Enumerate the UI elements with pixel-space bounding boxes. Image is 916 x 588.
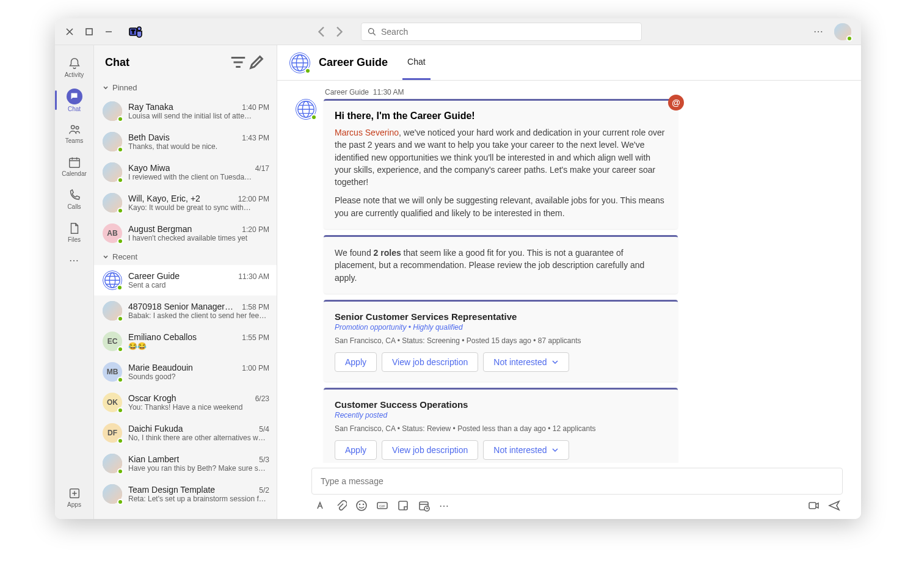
rail-chat[interactable]: Chat xyxy=(57,84,92,116)
rail-files[interactable]: Files xyxy=(57,216,92,248)
apply-button[interactable]: Apply xyxy=(335,352,377,372)
window-close[interactable] xyxy=(65,27,75,37)
chat-item-preview: Thanks, that would be nice. xyxy=(128,142,269,151)
chat-list-item[interactable]: Beth Davis1:43 PMThanks, that would be n… xyxy=(94,126,277,157)
pinned-section[interactable]: Pinned xyxy=(94,79,277,96)
tab-chat[interactable]: Chat xyxy=(402,45,431,80)
job-card: Customer Success OperationsRecently post… xyxy=(324,388,678,463)
window-minimize[interactable] xyxy=(104,27,114,37)
attach-button[interactable] xyxy=(335,499,347,512)
emoji-button[interactable] xyxy=(355,499,368,512)
job-tags: Recently posted xyxy=(335,411,667,419)
rail-more[interactable]: ⋯ xyxy=(57,249,92,271)
nav-back[interactable] xyxy=(314,24,329,39)
chat-list-item[interactable]: OKOscar Krogh6/23You: Thanks! Have a nic… xyxy=(94,387,277,418)
format-button[interactable] xyxy=(314,499,326,512)
nav-forward[interactable] xyxy=(332,24,346,39)
chat-list-item[interactable]: Kian Lambert5/3Have you ran this by Beth… xyxy=(94,448,277,479)
chat-item-name: Will, Kayo, Eric, +2 xyxy=(128,194,200,203)
chat-list-item[interactable]: Team Design Template5/2Reta: Let's set u… xyxy=(94,479,277,509)
chat-item-time: 5/2 xyxy=(259,486,269,495)
apply-button[interactable]: Apply xyxy=(335,440,377,460)
calendar-icon xyxy=(68,156,81,169)
rail-teams[interactable]: Teams xyxy=(57,117,92,149)
chat-list-item[interactable]: Will, Kayo, Eric, +212:00 PMKayo: It wou… xyxy=(94,187,277,218)
send-button[interactable] xyxy=(828,499,840,512)
svg-point-14 xyxy=(357,501,366,510)
chat-list-item[interactable]: 4870918 Senior Manager…1:58 PMBabak: I a… xyxy=(94,296,277,326)
svg-point-5 xyxy=(76,126,79,129)
profile-avatar[interactable] xyxy=(834,23,851,40)
chat-item-time: 6/23 xyxy=(255,394,269,403)
intro-card: @ Hi there, I'm the Career Guide! Marcus… xyxy=(324,99,678,229)
compose-input[interactable] xyxy=(321,476,834,486)
svg-point-4 xyxy=(71,125,75,129)
chat-item-name: Daichi Fukuda xyxy=(128,424,183,434)
chat-list-item[interactable]: ECEmiliano Ceballos1:55 PM😂😂 xyxy=(94,326,277,357)
window-maximize[interactable] xyxy=(84,27,94,37)
filter-button[interactable] xyxy=(229,53,247,71)
chat-item-avatar: EC xyxy=(103,332,122,351)
chat-list-item[interactable]: ABAugust Bergman1:20 PMI haven't checked… xyxy=(94,218,277,249)
job-meta: San Francisco, CA • Status: Screening • … xyxy=(335,336,667,345)
chat-item-time: 4/17 xyxy=(255,164,269,173)
chat-item-time: 1:40 PM xyxy=(242,103,269,112)
chat-item-preview: Sounds good? xyxy=(128,372,269,381)
recent-section[interactable]: Recent xyxy=(94,249,277,265)
chat-item-avatar: AB xyxy=(103,223,122,243)
chat-list-item[interactable]: Ray Tanaka1:40 PMLouisa will send the in… xyxy=(94,96,277,126)
view-job-button[interactable]: View job description xyxy=(382,352,478,372)
chatlist-title: Chat xyxy=(105,56,229,69)
chat-item-avatar xyxy=(103,454,122,473)
svg-rect-6 xyxy=(69,158,79,167)
chat-main: Career Guide Chat Career Guide 11:30 AM xyxy=(277,45,861,519)
search-box[interactable] xyxy=(361,23,642,41)
people-icon xyxy=(68,123,81,136)
chat-item-time: 1:43 PM xyxy=(242,134,269,142)
more-icon: ⋯ xyxy=(69,255,80,266)
phone-icon xyxy=(68,189,81,202)
rail-calendar[interactable]: Calendar xyxy=(57,150,92,182)
chat-list-item[interactable]: DFDaichi Fukuda5/4No, I think there are … xyxy=(94,418,277,448)
sticker-button[interactable] xyxy=(397,499,409,512)
titlebar-more[interactable]: ⋯ xyxy=(813,26,824,37)
chat-item-name: Kayo Miwa xyxy=(128,163,170,173)
chat-header: Career Guide Chat xyxy=(277,45,861,81)
new-chat-button[interactable] xyxy=(247,53,266,71)
chat-item-time: 1:55 PM xyxy=(242,333,269,342)
chat-item-time: 1:58 PM xyxy=(242,303,269,311)
not-interested-button[interactable]: Not interested xyxy=(483,352,569,372)
svg-point-16 xyxy=(363,504,364,505)
chat-list-item[interactable]: Kayo Miwa4/17I reviewed with the client … xyxy=(94,157,277,187)
chat-item-name: August Bergman xyxy=(128,224,192,234)
rail-calls[interactable]: Calls xyxy=(57,183,92,215)
job-meta: San Francisco, CA • Status: Review • Pos… xyxy=(335,424,667,433)
chat-item-avatar xyxy=(103,484,122,504)
chat-header-avatar xyxy=(289,53,310,73)
chat-list-item[interactable]: MBMarie Beaudouin1:00 PMSounds good? xyxy=(94,357,277,387)
not-interested-button[interactable]: Not interested xyxy=(483,440,569,460)
chat-item-preview: No, I think there are other alternatives… xyxy=(128,434,269,442)
titlebar: T ⋯ xyxy=(55,18,861,45)
bell-icon xyxy=(68,57,81,70)
chat-list-item[interactable]: Career Guide11:30 AMSent a card xyxy=(94,265,277,296)
chat-item-avatar xyxy=(103,162,122,182)
rail-apps[interactable]: Apps xyxy=(57,481,92,513)
compose-input-box[interactable] xyxy=(311,468,843,495)
chat-item-name: 4870918 Senior Manager… xyxy=(128,302,233,311)
svg-rect-19 xyxy=(399,501,407,510)
rail-activity[interactable]: Activity xyxy=(57,51,92,83)
search-input[interactable] xyxy=(381,27,635,37)
view-job-button[interactable]: View job description xyxy=(382,440,478,460)
composer: GIF ⋯ xyxy=(277,463,861,519)
mention-badge-icon: @ xyxy=(668,95,684,111)
search-icon xyxy=(368,27,376,36)
message-meta: Career Guide 11:30 AM xyxy=(325,88,843,96)
chat-item-preview: Sent a card xyxy=(128,281,269,289)
compose-more[interactable]: ⋯ xyxy=(438,499,451,512)
channel-button[interactable] xyxy=(807,499,820,512)
chat-item-preview: 😂😂 xyxy=(128,342,269,350)
schedule-button[interactable] xyxy=(418,499,430,512)
gif-button[interactable]: GIF xyxy=(376,499,388,512)
chat-item-name: Ray Tanaka xyxy=(128,102,173,112)
